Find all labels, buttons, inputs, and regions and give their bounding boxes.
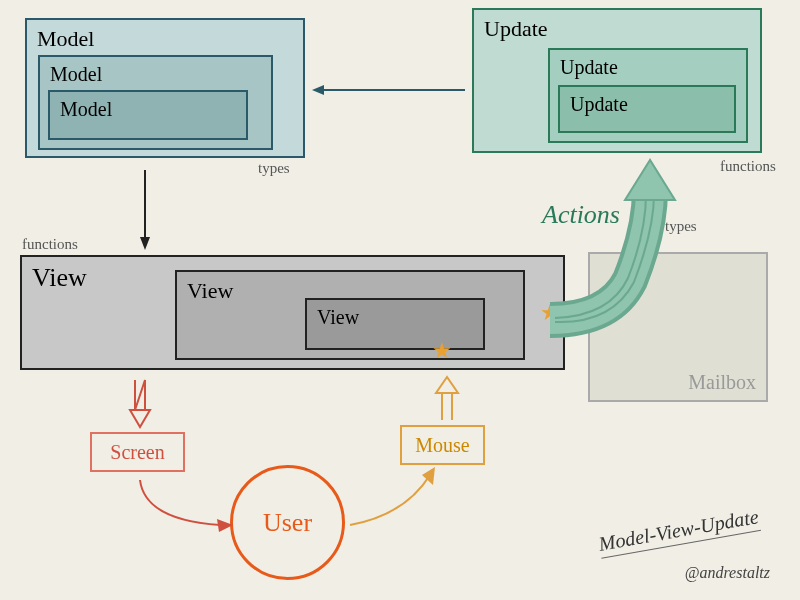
diagram-title: Model-View-Update xyxy=(597,505,761,559)
user-label: User xyxy=(263,508,312,538)
svg-marker-4 xyxy=(625,160,675,200)
arrow-model-to-view xyxy=(135,165,155,250)
mailbox-label: Mailbox xyxy=(688,371,756,394)
view-box-inner: View xyxy=(305,298,485,350)
star-icon: ★ xyxy=(432,338,452,364)
view-label-outer: View xyxy=(32,263,87,293)
arrow-view-to-screen xyxy=(125,375,155,430)
svg-marker-3 xyxy=(140,237,150,250)
arrow-user-to-mouse xyxy=(345,465,445,535)
svg-marker-6 xyxy=(217,519,233,532)
model-box-inner: Model xyxy=(48,90,248,140)
arrow-mouse-to-view xyxy=(432,375,462,425)
model-label-mid: Model xyxy=(50,63,102,86)
model-label-inner: Model xyxy=(60,98,112,121)
svg-marker-5 xyxy=(130,410,150,427)
update-label-mid: Update xyxy=(560,56,618,79)
arrow-screen-to-user xyxy=(125,475,245,545)
view-label-inner: View xyxy=(317,306,359,329)
user-circle: User xyxy=(230,465,345,580)
svg-marker-8 xyxy=(436,377,458,393)
update-caption: functions xyxy=(720,158,776,175)
model-caption: types xyxy=(258,160,290,177)
screen-box: Screen xyxy=(90,432,185,472)
update-label-outer: Update xyxy=(484,16,548,42)
svg-marker-1 xyxy=(312,85,324,95)
mouse-label: Mouse xyxy=(415,434,469,457)
mouse-box: Mouse xyxy=(400,425,485,465)
screen-label: Screen xyxy=(110,441,164,464)
view-caption: functions xyxy=(22,236,78,253)
update-box-inner: Update xyxy=(558,85,736,133)
arrow-update-to-model xyxy=(310,80,470,100)
model-label-outer: Model xyxy=(37,26,94,52)
view-label-mid: View xyxy=(187,278,233,304)
author-credit: @andrestaltz xyxy=(685,564,770,582)
arrow-actions xyxy=(540,150,710,330)
update-label-inner: Update xyxy=(570,93,628,116)
